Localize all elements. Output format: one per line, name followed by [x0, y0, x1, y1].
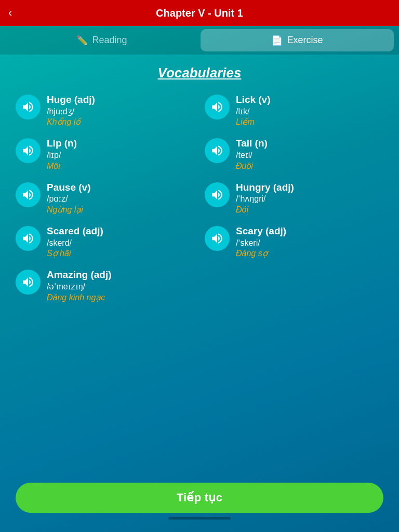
speaker-icon [21, 100, 35, 114]
vocab-phonetic: /lɪp/ [47, 150, 77, 161]
vocab-phonetic: /ˈhʌŋgri/ [236, 194, 294, 205]
vocab-phonetic: /skerd/ [47, 238, 103, 249]
exercise-icon: 📄 [271, 35, 283, 46]
vocab-item: Hungry (adj) /ˈhʌŋgri/ Đói [205, 181, 383, 216]
tab-exercise[interactable]: 📄 Exercise [201, 29, 394, 51]
vocab-meaning: Ngừng lại [47, 205, 90, 216]
tab-bar: ✏️ Reading 📄 Exercise [0, 26, 399, 55]
speaker-button-2[interactable] [16, 138, 41, 163]
speaker-button-6[interactable] [16, 226, 41, 251]
speaker-button-3[interactable] [205, 138, 230, 163]
tab-reading-label: Reading [92, 35, 127, 46]
speaker-button-7[interactable] [205, 226, 230, 251]
speaker-button-0[interactable] [16, 95, 41, 119]
tab-exercise-label: Exercise [287, 35, 323, 46]
header: ‹ Chapter V - Unit 1 [0, 0, 399, 26]
vocab-meaning: Liếm [236, 117, 271, 128]
vocab-item: Tail (n) /teɪl/ Đuôi [205, 137, 383, 171]
vocab-word: Scary (adj) [236, 225, 286, 238]
vocab-word: Scared (adj) [47, 225, 103, 238]
vocab-meaning: Đáng kinh ngạc [47, 292, 112, 303]
speaker-icon [210, 144, 224, 157]
vocab-word: Tail (n) [236, 137, 268, 150]
vocab-phonetic: /teɪl/ [236, 150, 268, 161]
speaker-icon [21, 275, 35, 289]
vocab-word: Huge (adj) [47, 94, 95, 107]
vocab-word: Lip (n) [47, 137, 77, 150]
vocab-word: Lick (v) [236, 94, 271, 107]
vocab-meaning: Khổng lồ [47, 117, 95, 128]
speaker-button-5[interactable] [205, 182, 230, 207]
vocab-item: Scared (adj) /skerd/ Sợ hãi [16, 225, 194, 259]
vocab-text: Lick (v) /lɪk/ Liếm [236, 94, 271, 128]
vocab-item: Scary (adj) /ˈskeri/ Đáng sợ [205, 225, 383, 259]
vocab-item: Lip (n) /lɪp/ Môi [16, 137, 194, 171]
vocab-text: Lip (n) /lɪp/ Môi [47, 137, 77, 171]
vocab-phonetic: /hjuːdʒ/ [47, 107, 95, 117]
bottom-bar: Tiếp tục [0, 475, 399, 532]
vocab-phonetic: /lɪk/ [236, 107, 271, 117]
vocab-item: Pause (v) /pɑːz/ Ngừng lại [16, 181, 194, 216]
speaker-icon [210, 100, 224, 114]
vocab-meaning: Đáng sợ [236, 248, 286, 259]
vocabulary-grid: Huge (adj) /hjuːdʒ/ Khổng lồ Lick (v) /l… [16, 94, 383, 303]
vocab-item: Lick (v) /lɪk/ Liếm [205, 94, 383, 128]
speaker-button-4[interactable] [16, 182, 41, 207]
vocab-text: Pause (v) /pɑːz/ Ngừng lại [47, 181, 90, 216]
vocab-word: Pause (v) [47, 181, 90, 194]
vocab-word: Amazing (adj) [47, 269, 112, 282]
vocab-text: Tail (n) /teɪl/ Đuôi [236, 137, 268, 171]
speaker-icon [210, 188, 224, 202]
vocab-phonetic: /ˈskeri/ [236, 238, 286, 249]
tab-reading[interactable]: ✏️ Reading [5, 29, 198, 51]
speaker-icon [21, 188, 35, 202]
speaker-button-8[interactable] [16, 270, 41, 295]
vocab-meaning: Đói [236, 205, 294, 216]
vocab-text: Scared (adj) /skerd/ Sợ hãi [47, 225, 103, 259]
vocab-phonetic: /əˈmeɪzɪŋ/ [47, 282, 112, 292]
vocab-word: Hungry (adj) [236, 181, 294, 194]
vocab-text: Scary (adj) /ˈskeri/ Đáng sợ [236, 225, 286, 259]
vocab-text: Amazing (adj) /əˈmeɪzɪŋ/ Đáng kinh ngạc [47, 269, 112, 303]
section-title: Vocabularies [16, 65, 383, 81]
speaker-icon [210, 232, 224, 245]
vocab-meaning: Đuôi [236, 161, 268, 172]
home-indicator [168, 517, 231, 520]
vocab-item: Huge (adj) /hjuːdʒ/ Khổng lồ [16, 94, 194, 128]
vocab-phonetic: /pɑːz/ [47, 194, 90, 205]
speaker-icon [21, 232, 35, 245]
header-title: Chapter V - Unit 1 [156, 7, 243, 19]
main-content: Vocabularies Huge (adj) /hjuːdʒ/ Khổng l… [0, 55, 399, 532]
reading-icon: ✏️ [76, 35, 88, 46]
vocab-text: Huge (adj) /hjuːdʒ/ Khổng lồ [47, 94, 95, 128]
speaker-button-1[interactable] [205, 95, 230, 119]
back-button[interactable]: ‹ [8, 6, 12, 20]
vocab-meaning: Sợ hãi [47, 248, 103, 259]
vocab-text: Hungry (adj) /ˈhʌŋgri/ Đói [236, 181, 294, 216]
vocab-item: Amazing (adj) /əˈmeɪzɪŋ/ Đáng kinh ngạc [16, 269, 194, 303]
continue-button[interactable]: Tiếp tục [16, 483, 383, 513]
speaker-icon [21, 144, 35, 157]
vocab-meaning: Môi [47, 161, 77, 172]
